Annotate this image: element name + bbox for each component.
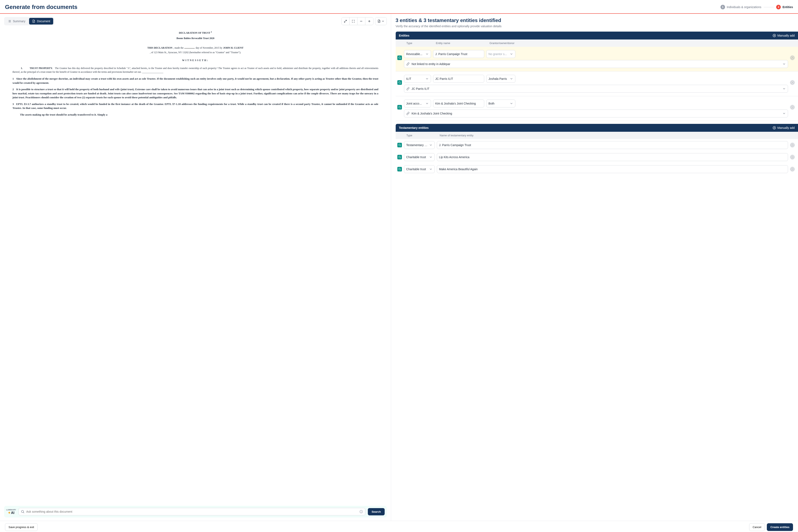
tab-document[interactable]: Document <box>29 18 53 24</box>
entity-row: Joint acco... Kim & Joshala's Joint Chec… <box>396 96 798 121</box>
plus-circle-icon <box>773 34 776 37</box>
doc-decl-prefix: THIS DECLARATION <box>147 46 172 50</box>
row-search-button[interactable] <box>397 143 402 147</box>
row-search-button[interactable] <box>397 80 402 85</box>
testamentary-row: Testamentary tr... J. Parris Campaign Tr… <box>396 139 798 151</box>
entities-section-title: Entities <box>399 34 410 37</box>
create-entities-button[interactable]: Create entities <box>767 523 793 531</box>
view-tabs: Summary Document <box>4 17 54 25</box>
minus-icon <box>360 20 363 23</box>
row-search-button[interactable] <box>397 56 402 60</box>
ai-brand-top: LUMINARY <box>6 509 16 511</box>
chevron-down-icon <box>510 77 513 80</box>
entity-delete-button[interactable] <box>790 105 795 110</box>
step-entities[interactable]: 2 Entities <box>776 5 793 10</box>
doc-decl-mid: , made the <box>173 46 184 50</box>
entity-type-select[interactable]: ILIT <box>404 75 431 83</box>
document-viewer[interactable]: DECLARATION OF TRUST 1 Boone Babies Revo… <box>4 29 387 503</box>
chevron-down-icon <box>782 87 786 90</box>
testamentary-type-select[interactable]: Charitable trust <box>404 153 435 161</box>
doc-tail: The assets making up the trust should be… <box>13 113 378 117</box>
step-individuals[interactable]: 1 Individuals & organizations <box>721 5 761 10</box>
tab-summary-label: Summary <box>13 20 25 23</box>
zoom-in-button[interactable] <box>365 17 373 25</box>
search-icon <box>398 56 401 59</box>
testamentary-delete-button[interactable] <box>790 167 795 171</box>
testamentary-type-select[interactable]: Testamentary tr... <box>404 141 435 149</box>
entity-link-select[interactable]: Not linked to entity in Addepar <box>404 60 788 68</box>
document-picker[interactable] <box>375 17 386 25</box>
entity-link-select[interactable]: JC Parris ILIT <box>404 85 788 93</box>
plus-icon <box>368 20 371 23</box>
entity-delete-button[interactable] <box>790 80 795 85</box>
entities-heading: 3 entities & 3 testamentary entities ide… <box>396 17 798 23</box>
chevron-down-icon <box>425 102 429 105</box>
step-num-2: 2 <box>776 5 781 10</box>
doc-decl-suffix: day of November, 2015 by <box>195 46 222 50</box>
entities-column-header: Type Entity name Grantor/owner/donor <box>396 39 798 47</box>
document-icon <box>377 20 381 23</box>
step-label-2: Entities <box>782 5 793 9</box>
row-search-button[interactable] <box>397 167 402 171</box>
testamentary-section-title: Testamentary entities <box>399 126 429 130</box>
zoom-out-button[interactable] <box>358 17 365 25</box>
testamentary-manually-add[interactable]: Manually add <box>773 126 795 130</box>
document-icon <box>32 20 35 23</box>
testamentary-type-select[interactable]: Charitable trust <box>404 165 435 173</box>
entity-grantor-select[interactable]: Joshala Parris <box>486 75 515 83</box>
entity-row: Revocable... J. Parris Campaign Trust No… <box>396 47 798 72</box>
search-icon <box>398 168 401 171</box>
entities-manually-add[interactable]: Manually add <box>773 34 795 37</box>
save-progress-button[interactable]: Save progress & exit <box>5 523 38 531</box>
testamentary-delete-button[interactable] <box>790 143 795 147</box>
stepper: 1 Individuals & organizations 2 Entities <box>721 5 793 10</box>
chevron-down-icon <box>425 77 429 80</box>
link-icon <box>406 112 410 115</box>
entity-grantor-select[interactable]: No grantor s... <box>486 50 515 58</box>
chevron-down-icon <box>382 20 384 23</box>
entity-type-select[interactable]: Joint acco... <box>404 99 431 108</box>
chevron-down-icon <box>782 62 786 66</box>
testamentary-name-input[interactable]: Lip Kits Across America <box>437 153 788 161</box>
chevron-down-icon <box>510 52 513 56</box>
col-type: Type <box>406 134 437 137</box>
search-icon <box>398 81 401 84</box>
step-num-1: 1 <box>721 5 725 10</box>
search-icon <box>398 156 401 158</box>
entity-grantor-select[interactable]: Both <box>486 99 515 108</box>
ai-search-button[interactable]: Search <box>368 508 384 515</box>
x-circle-icon <box>791 81 794 84</box>
ai-search-input[interactable] <box>26 510 359 513</box>
x-circle-icon <box>791 106 794 109</box>
entity-link-select[interactable]: Kim & Joshala's Joint Checking <box>404 110 788 117</box>
expand-button[interactable] <box>342 17 349 25</box>
row-search-button[interactable] <box>397 105 402 110</box>
entity-delete-button[interactable] <box>790 56 795 60</box>
plus-circle-icon <box>773 126 776 130</box>
col-type: Type <box>406 42 434 45</box>
expand-icon <box>344 20 347 23</box>
doc-title-sup: 1 <box>211 31 212 33</box>
fullscreen-button[interactable] <box>349 17 358 25</box>
testamentary-delete-button[interactable] <box>790 155 795 159</box>
testamentary-row: Charitable trust Lip Kits Across America <box>396 151 798 163</box>
tab-summary[interactable]: Summary <box>5 18 28 24</box>
chevron-down-icon <box>429 168 433 171</box>
testamentary-name-input[interactable]: Make America Beautiful Again <box>437 165 788 173</box>
entity-type-select[interactable]: Revocable... <box>404 50 431 58</box>
fullscreen-icon <box>352 20 355 23</box>
cancel-button[interactable]: Cancel <box>749 523 765 531</box>
x-circle-icon <box>791 56 794 60</box>
search-icon <box>398 106 401 109</box>
entity-name-input[interactable]: J. Parris Campaign Trust <box>433 50 484 58</box>
row-search-button[interactable] <box>397 155 402 159</box>
entities-section: Entities Manually add Type Entity name G… <box>396 32 798 121</box>
chevron-down-icon <box>782 112 786 115</box>
entity-name-input[interactable]: JC Parris ILIT <box>433 75 484 83</box>
entity-name-input[interactable]: Kim & Joshala's Joint Checking <box>433 99 484 108</box>
testamentary-name-input[interactable]: J. Parris Campaign Trust <box>437 141 788 149</box>
info-icon[interactable] <box>359 510 363 513</box>
ai-search-bar: LUMINARY ✦AI Search <box>4 506 387 517</box>
chevron-down-icon <box>510 102 513 105</box>
tab-document-label: Document <box>37 20 50 23</box>
